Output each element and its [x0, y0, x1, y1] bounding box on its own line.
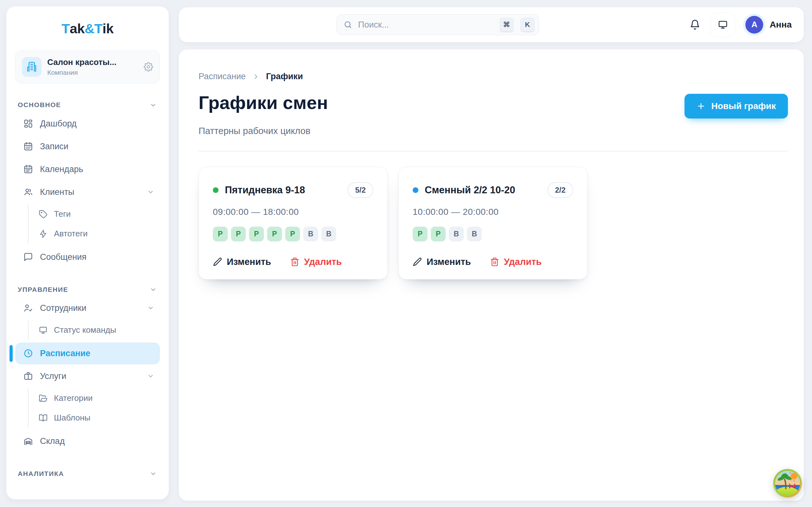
chevron-down-icon	[147, 304, 154, 312]
schedule-cards: Пятидневка 9-18 5/2 09:00:00 — 18:00:00 …	[199, 167, 788, 279]
ratio-badge: 2/2	[548, 182, 573, 198]
pencil-icon	[413, 257, 422, 267]
delete-button[interactable]: Удалить	[490, 257, 542, 267]
schedule-name: Сменный 2/2 10-20	[425, 184, 515, 196]
sidebar-item-autotags[interactable]: Автотеги	[38, 224, 160, 244]
page-subtitle: Паттерны рабочих циклов	[199, 126, 788, 136]
chevron-down-icon	[147, 188, 154, 195]
sidebar-item-team-status[interactable]: Статус команды	[38, 320, 160, 340]
sidebar-item-messages[interactable]: Сообщения	[15, 246, 160, 268]
monitor-icon	[718, 20, 728, 30]
zap-icon	[39, 229, 48, 238]
schedule-name: Пятидневка 9-18	[225, 184, 305, 196]
work-hours: 09:00:00 — 18:00:00	[213, 207, 373, 217]
building-icon	[22, 57, 42, 77]
main-panel: Расписание Графики Графики смен Паттерны…	[179, 49, 804, 501]
edit-button[interactable]: Изменить	[213, 257, 271, 267]
chevron-down-icon	[150, 102, 157, 109]
day-chip: Р	[267, 227, 282, 241]
sidebar-item-services[interactable]: Услуги	[15, 365, 160, 387]
day-pattern: РРВВ	[413, 227, 573, 241]
sidebar-item-dashboard[interactable]: Дашборд	[15, 113, 160, 135]
company-selector[interactable]: Салон красоты... Компания	[15, 50, 160, 83]
nav-section-main[interactable]: ОСНОВНОЕ	[18, 101, 157, 109]
day-chip: Р	[285, 227, 300, 241]
briefcase-icon	[23, 372, 33, 381]
sidebar-item-employees[interactable]: Сотрудники	[15, 297, 160, 319]
avatar: А	[745, 16, 763, 34]
day-chip: В	[303, 227, 318, 241]
search-bar[interactable]: ⌘ K	[336, 14, 539, 35]
work-hours: 10:00:00 — 20:00:00	[413, 207, 573, 217]
schedule-card-shift-2-2: Сменный 2/2 10-20 2/2 10:00:00 — 20:00:0…	[398, 167, 588, 279]
k-key-badge: K	[520, 18, 535, 32]
edit-button[interactable]: Изменить	[413, 257, 471, 267]
chevron-right-icon	[252, 73, 260, 80]
sidebar-item-clients[interactable]: Клиенты	[15, 181, 160, 203]
chevron-down-icon	[147, 373, 154, 380]
app-logo: Tak&Tik	[15, 21, 160, 37]
breadcrumb-current: Графики	[266, 72, 303, 81]
plus-icon	[697, 102, 705, 111]
breadcrumb: Расписание Графики	[199, 72, 788, 81]
trash-icon	[290, 257, 299, 267]
divider	[199, 151, 788, 152]
breadcrumb-parent[interactable]: Расписание	[199, 72, 246, 81]
day-chip: В	[321, 227, 336, 241]
day-pattern: РРРРРВВ	[213, 227, 373, 241]
user-name: Анна	[769, 20, 792, 30]
day-chip: Р	[231, 227, 246, 241]
day-chip: Р	[249, 227, 264, 241]
dashboard-icon	[23, 119, 33, 128]
message-icon	[23, 252, 33, 262]
day-chip: В	[449, 227, 464, 241]
book-open-icon	[39, 413, 48, 422]
gear-icon[interactable]	[144, 62, 153, 72]
day-chip: В	[467, 227, 482, 241]
status-dot	[413, 187, 418, 193]
search-icon	[344, 20, 352, 29]
monitor-icon	[39, 326, 48, 335]
search-input[interactable]	[357, 20, 493, 30]
sidebar-item-warehouse[interactable]: Склад	[15, 430, 160, 452]
day-chip: Р	[431, 227, 446, 241]
sidebar-item-calendar[interactable]: Календарь	[15, 158, 160, 180]
company-subtitle: Компания	[47, 69, 116, 76]
clock-icon	[23, 349, 33, 358]
schedule-card-five-day: Пятидневка 9-18 5/2 09:00:00 — 18:00:00 …	[199, 167, 388, 279]
sidebar-item-records[interactable]: Записи	[15, 135, 160, 158]
users-icon	[23, 187, 33, 197]
sidebar-item-schedule[interactable]: Расписание	[15, 343, 160, 364]
status-dot	[213, 187, 218, 193]
ratio-badge: 5/2	[348, 182, 373, 198]
folder-open-icon	[39, 394, 48, 403]
user-menu[interactable]: А Анна	[745, 16, 792, 34]
sidebar-item-categories[interactable]: Категории	[38, 389, 160, 408]
day-chip: Р	[413, 227, 427, 241]
day-chip: Р	[213, 227, 228, 241]
calendar-dots-icon	[23, 142, 33, 151]
company-name: Салон красоты...	[47, 58, 116, 67]
chevron-down-icon	[150, 470, 157, 477]
delete-button[interactable]: Удалить	[290, 257, 342, 267]
sidebar-item-templates[interactable]: Шаблоны	[38, 408, 160, 428]
tag-icon	[39, 210, 48, 219]
sidebar-item-tags[interactable]: Теги	[38, 205, 160, 224]
calendar-lines-icon	[23, 164, 33, 174]
warehouse-icon	[23, 436, 33, 446]
nav-section-analytics[interactable]: АНАЛИТИКА	[18, 470, 157, 477]
bell-icon[interactable]	[690, 19, 700, 30]
nav-section-management[interactable]: УПРАВЛЕНИЕ	[18, 286, 157, 293]
cmd-key-badge: ⌘	[500, 18, 513, 32]
pencil-icon	[213, 257, 222, 267]
topbar: ⌘ K А Анна	[179, 7, 804, 42]
sidebar: Tak&Tik Салон красоты... Компания ОСНОВН…	[6, 6, 169, 499]
chevron-down-icon	[150, 286, 157, 293]
new-schedule-button[interactable]: Новый график	[684, 94, 788, 118]
beach-island-badge[interactable]	[773, 468, 803, 498]
trash-icon	[490, 257, 499, 267]
sidebar-nav: ОСНОВНОЕДашбордЗаписиКалендарьКлиентыТег…	[15, 101, 160, 477]
display-mode-button[interactable]	[711, 12, 735, 37]
user-check-icon	[23, 303, 33, 313]
